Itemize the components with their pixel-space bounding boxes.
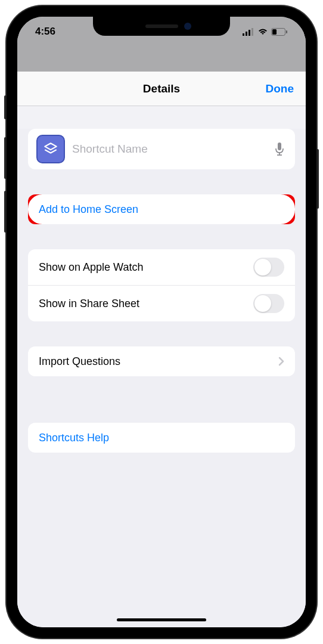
svg-rect-0	[243, 33, 244, 36]
import-questions-label: Import Questions	[39, 355, 120, 368]
svg-rect-5	[272, 29, 277, 35]
shortcut-name-input[interactable]	[72, 143, 265, 156]
microphone-icon[interactable]	[272, 142, 287, 156]
chevron-right-icon	[278, 357, 284, 366]
name-section	[28, 129, 295, 169]
svg-rect-1	[246, 32, 247, 36]
battery-icon	[271, 28, 288, 36]
status-time: 4:56	[35, 26, 55, 38]
volume-up-button	[4, 137, 7, 179]
add-to-home-screen-button[interactable]: Add to Home Screen	[28, 194, 295, 224]
front-camera	[184, 23, 191, 30]
shortcuts-help-button[interactable]: Shortcuts Help	[28, 423, 295, 453]
shortcuts-help-label: Shortcuts Help	[39, 432, 109, 444]
modal-header: Details Done	[17, 72, 306, 106]
svg-rect-3	[251, 28, 253, 36]
svg-rect-6	[286, 30, 287, 33]
content: Add to Home Screen Show on Apple Watch S…	[17, 129, 306, 627]
shortcut-name-row	[28, 129, 295, 169]
notch	[93, 17, 230, 36]
volume-down-button	[4, 191, 7, 233]
toggles-section: Show on Apple Watch Show in Share Sheet	[28, 249, 295, 321]
show-share-sheet-row: Show in Share Sheet	[28, 285, 295, 321]
modal-backdrop	[17, 47, 306, 72]
power-button	[316, 149, 319, 209]
share-sheet-toggle[interactable]	[253, 294, 284, 313]
import-section: Import Questions	[28, 346, 295, 376]
status-icons	[243, 28, 288, 36]
cellular-icon	[243, 28, 254, 36]
apple-watch-toggle[interactable]	[253, 258, 284, 277]
speaker	[145, 24, 178, 28]
import-questions-button[interactable]: Import Questions	[28, 346, 295, 376]
page-title: Details	[143, 82, 180, 95]
show-share-sheet-label: Show in Share Sheet	[39, 298, 139, 310]
side-button	[4, 95, 7, 119]
help-section: Shortcuts Help	[28, 423, 295, 453]
show-apple-watch-row: Show on Apple Watch	[28, 249, 295, 285]
wifi-icon	[257, 28, 268, 36]
show-apple-watch-label: Show on Apple Watch	[39, 261, 143, 274]
home-indicator[interactable]	[117, 618, 206, 621]
screen: 4:56 Details Do	[17, 17, 306, 627]
done-button[interactable]: Done	[266, 82, 294, 95]
svg-rect-7	[278, 143, 281, 150]
phone-frame: 4:56 Details Do	[7, 6, 316, 638]
svg-rect-2	[249, 30, 250, 36]
shortcut-app-icon[interactable]	[36, 135, 65, 163]
add-to-home-screen-label: Add to Home Screen	[39, 203, 138, 216]
add-home-section: Add to Home Screen	[28, 194, 295, 224]
layers-icon	[43, 141, 58, 157]
